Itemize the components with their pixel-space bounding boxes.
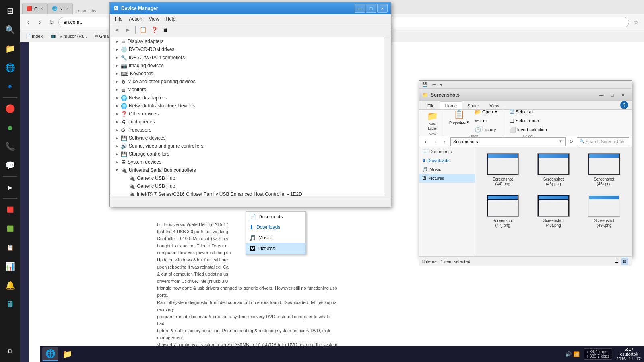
tree-software[interactable]: ▶ 💾 Software devices bbox=[111, 134, 384, 142]
fe-quick-save[interactable]: 💾 bbox=[421, 81, 429, 88]
tree-usb[interactable]: ▼ 🔌 Universal Serial Bus controllers bbox=[111, 166, 384, 174]
notification-icon[interactable]: 🖥 bbox=[1, 342, 19, 360]
tree-mice[interactable]: ▶ 🖱 Mice and other pointing devices bbox=[111, 78, 384, 86]
dm-menu-view[interactable]: View bbox=[146, 15, 163, 23]
fe-close-button[interactable]: × bbox=[618, 90, 628, 99]
app-blue[interactable]: 📋 bbox=[1, 239, 19, 256]
tree-network-infra[interactable]: ▶ 🌐 Network Infrastructure Devices bbox=[111, 102, 384, 110]
back-button[interactable]: ‹ bbox=[23, 17, 33, 27]
file-explorer-button[interactable]: 📁 bbox=[1, 40, 19, 58]
ribbon-tab-file[interactable]: File bbox=[422, 101, 440, 109]
fe-refresh-btn[interactable]: ↻ bbox=[567, 138, 575, 146]
file-item-48[interactable]: Screenshot(48).png bbox=[530, 193, 577, 230]
tree-processors[interactable]: ▶ ⚙ Processors bbox=[111, 126, 384, 134]
fe-sidebar-pictures[interactable]: 🖼 Pictures bbox=[419, 174, 475, 183]
bookmark-tv[interactable]: 📺 TV műsor (Rt... bbox=[48, 33, 89, 39]
dropdown-music[interactable]: 🎵 Music bbox=[246, 232, 305, 243]
tree-print[interactable]: ▶ 🖨 Print queues bbox=[111, 118, 384, 126]
tree-other[interactable]: ▶ ❓ Other devices bbox=[111, 110, 384, 118]
tree-system[interactable]: ▶ 🖥 System devices bbox=[111, 158, 384, 166]
tab-close-2[interactable]: × bbox=[66, 6, 68, 11]
fe-help-circle[interactable]: ? bbox=[620, 101, 628, 109]
edge-button[interactable]: e bbox=[1, 78, 19, 95]
new-folder-button[interactable]: 📁 Newfolder bbox=[425, 109, 440, 132]
fe-search-box[interactable]: 🔍 Search Screenshots bbox=[577, 137, 629, 146]
fe-back-btn[interactable]: ‹ bbox=[421, 138, 429, 146]
browser-tab-1[interactable]: 🟥 C × bbox=[22, 3, 47, 14]
chrome-button[interactable]: 🌐 bbox=[1, 59, 19, 76]
tree-display-adapters[interactable]: ▶ 🖥 Display adapters bbox=[111, 37, 384, 45]
browser-tab-2[interactable]: 🌐 N × bbox=[47, 3, 73, 14]
dm-menu-file[interactable]: File bbox=[111, 15, 126, 23]
fe-minimize-button[interactable]: — bbox=[596, 90, 607, 99]
dm-tree[interactable]: ▶ 🖥 Display adapters ▶ 💿 DVD/CD-ROM driv… bbox=[111, 37, 384, 196]
fe-address-box[interactable]: Screenshots ▼ bbox=[450, 137, 566, 146]
app-viber[interactable]: 📞 bbox=[1, 138, 19, 155]
fe-maximize-button[interactable]: □ bbox=[607, 90, 617, 99]
open-button[interactable]: 📂 Open ▼ bbox=[472, 108, 500, 116]
dropdown-pictures[interactable]: 🖼 Pictures bbox=[246, 243, 305, 254]
dm-help-btn[interactable]: ❓ bbox=[149, 25, 159, 35]
tree-dvd[interactable]: ▶ 💿 DVD/CD-ROM drives bbox=[111, 45, 384, 53]
app-speaker[interactable]: 🔔 bbox=[1, 276, 19, 294]
tree-monitors[interactable]: ▶ 🖥 Monitors bbox=[111, 86, 384, 94]
fe-sidebar-music[interactable]: 🎵 Music bbox=[419, 165, 475, 174]
dropdown-downloads[interactable]: ⬇ Downloads bbox=[246, 222, 305, 232]
fe-list-view[interactable]: ☰ bbox=[613, 258, 620, 265]
app-skype[interactable]: 💬 bbox=[1, 156, 19, 174]
fe-forward-btn[interactable]: › bbox=[431, 138, 439, 146]
dm-monitor-btn[interactable]: 🖥 bbox=[160, 25, 171, 35]
dm-close-button[interactable]: × bbox=[377, 4, 388, 13]
select-all-button[interactable]: ☑ Select all bbox=[507, 108, 549, 116]
dm-menu-action[interactable]: Action bbox=[126, 15, 145, 23]
dm-maximize-button[interactable]: □ bbox=[366, 4, 376, 13]
app-terminal[interactable]: ▶ bbox=[1, 179, 19, 196]
fe-up-btn[interactable]: ↑ bbox=[441, 138, 449, 146]
dropdown-documents[interactable]: 📄 Documents bbox=[246, 212, 305, 222]
app-red2[interactable]: 🟥 bbox=[1, 201, 19, 218]
time-display[interactable]: 5:17 csütörtök 2016. 11. 17. bbox=[616, 347, 642, 361]
dm-forward-btn[interactable]: ► bbox=[123, 25, 133, 35]
tree-network[interactable]: ▶ 🌐 Network adapters bbox=[111, 94, 384, 102]
invert-selection-button[interactable]: ⬜ Invert selection bbox=[507, 125, 549, 134]
properties-button[interactable]: 📋 Properties ▼ bbox=[447, 108, 471, 126]
bookmark-button[interactable]: ☆ bbox=[631, 17, 641, 27]
tree-sound[interactable]: ▶ 🔊 Sound, video and game controllers bbox=[111, 142, 384, 150]
tab-close-1[interactable]: × bbox=[41, 6, 43, 11]
tree-usb-hub1[interactable]: 🔌 Generic USB Hub bbox=[111, 174, 384, 182]
start-button[interactable]: ⊞ bbox=[1, 2, 19, 20]
file-item-47[interactable]: Screenshot(47).png bbox=[479, 193, 526, 230]
edit-button[interactable]: ✏ Edit bbox=[472, 117, 500, 125]
refresh-button[interactable]: ↻ bbox=[47, 17, 56, 27]
file-item-44[interactable]: Screenshot(44).png bbox=[479, 151, 526, 189]
tree-usb-hub2[interactable]: 🔌 Generic USB Hub bbox=[111, 182, 384, 190]
file-item-46[interactable]: Screenshot(46).png bbox=[581, 151, 627, 189]
search-button[interactable]: 🔍 bbox=[1, 21, 19, 39]
fe-sidebar-documents[interactable]: 📄 Documents bbox=[419, 147, 475, 156]
tree-storage[interactable]: ▶ 💾 Storage controllers bbox=[111, 150, 384, 158]
file-item-49[interactable]: Screenshot(49).png bbox=[581, 193, 627, 230]
app-green[interactable]: ● bbox=[1, 119, 19, 136]
bookmark-index[interactable]: 📄 Index bbox=[23, 33, 45, 39]
app-teal[interactable]: 🟩 bbox=[1, 220, 19, 237]
taskbar-app-explorer[interactable]: 📁 bbox=[59, 347, 75, 361]
tree-keyboards[interactable]: ▶ ⌨ Keyboards bbox=[111, 70, 384, 78]
history-button[interactable]: 🕐 History bbox=[472, 125, 500, 134]
select-none-button[interactable]: ☐ Select none bbox=[507, 117, 549, 125]
file-item-45[interactable]: Screenshot(45).png bbox=[530, 151, 577, 189]
fe-sidebar-downloads[interactable]: ⬇ Downloads bbox=[419, 156, 475, 165]
fe-quick-undo[interactable]: ↩ bbox=[430, 81, 438, 88]
dm-back-btn[interactable]: ◄ bbox=[111, 25, 122, 35]
dm-properties-btn[interactable]: 📋 bbox=[138, 25, 148, 35]
dm-menu-help[interactable]: Help bbox=[163, 15, 179, 23]
tree-imaging[interactable]: ▶ 📷 Imaging devices bbox=[111, 62, 384, 70]
taskbar-app-browser[interactable]: 🌐 bbox=[42, 347, 58, 361]
tree-ide[interactable]: ▶ 🔧 IDE ATA/ATAPI controllers bbox=[111, 53, 384, 62]
dm-minimize-button[interactable]: — bbox=[355, 4, 365, 13]
tree-intel-1e2d[interactable]: 🔌 Intel(R) 7 Series/C216 Chipset Family … bbox=[111, 190, 384, 196]
app-red[interactable]: 🔴 bbox=[1, 100, 19, 117]
app-orange[interactable]: 📊 bbox=[1, 257, 19, 275]
forward-button[interactable]: › bbox=[35, 17, 45, 27]
app-monitor[interactable]: 🖥 bbox=[1, 295, 19, 313]
fe-grid-view[interactable]: ⊞ bbox=[621, 258, 628, 265]
